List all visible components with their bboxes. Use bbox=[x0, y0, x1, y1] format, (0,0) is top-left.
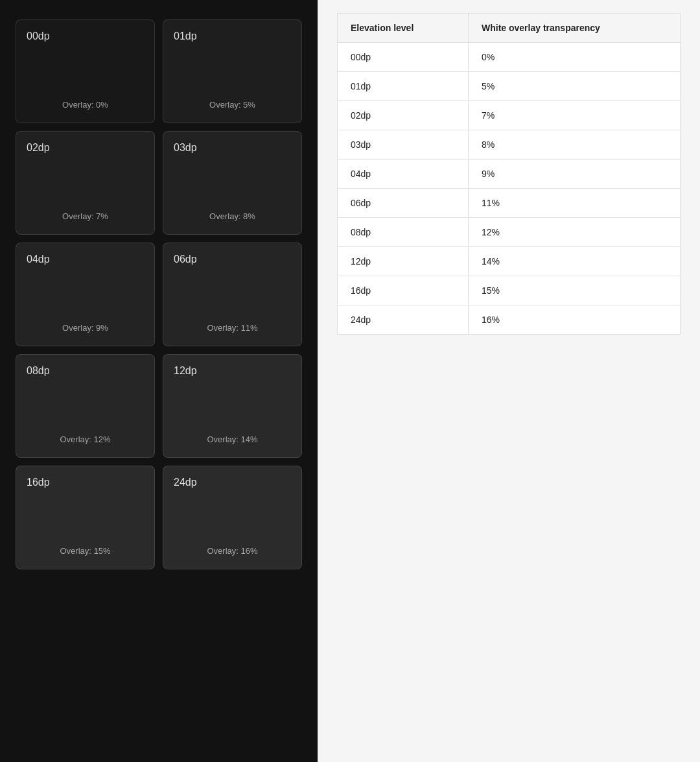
table-row: 24dp16% bbox=[338, 305, 681, 335]
table-row: 00dp0% bbox=[338, 43, 681, 72]
card-overlay-00dp: Overlay: 0% bbox=[27, 100, 144, 112]
elevation-cell: 12dp bbox=[338, 247, 469, 276]
card-04dp: 04dpOverlay: 9% bbox=[16, 243, 155, 346]
transparency-cell: 14% bbox=[468, 247, 680, 276]
table-row: 06dp11% bbox=[338, 189, 681, 218]
card-16dp: 16dpOverlay: 15% bbox=[16, 466, 155, 569]
table-row: 12dp14% bbox=[338, 247, 681, 276]
elevation-cell: 16dp bbox=[338, 276, 469, 305]
table-row: 03dp8% bbox=[338, 130, 681, 160]
card-overlay-12dp: Overlay: 14% bbox=[174, 435, 291, 447]
elevation-cell: 06dp bbox=[338, 189, 469, 218]
card-label-00dp: 00dp bbox=[27, 30, 144, 42]
transparency-cell: 9% bbox=[468, 160, 680, 189]
card-02dp: 02dpOverlay: 7% bbox=[16, 131, 155, 235]
card-overlay-04dp: Overlay: 9% bbox=[27, 323, 144, 335]
elevation-cell: 04dp bbox=[338, 160, 469, 189]
card-label-12dp: 12dp bbox=[174, 365, 291, 377]
transparency-cell: 12% bbox=[468, 218, 680, 247]
card-label-04dp: 04dp bbox=[27, 254, 144, 265]
card-01dp: 01dpOverlay: 5% bbox=[163, 19, 302, 123]
card-label-16dp: 16dp bbox=[27, 477, 144, 488]
elevation-cell: 02dp bbox=[338, 101, 469, 130]
transparency-cell: 15% bbox=[468, 276, 680, 305]
card-overlay-03dp: Overlay: 8% bbox=[174, 211, 291, 224]
transparency-cell: 8% bbox=[468, 130, 680, 160]
card-overlay-02dp: Overlay: 7% bbox=[27, 211, 144, 224]
card-overlay-16dp: Overlay: 15% bbox=[27, 546, 144, 558]
col1-header: Elevation level bbox=[338, 14, 469, 43]
transparency-cell: 5% bbox=[468, 72, 680, 101]
card-03dp: 03dpOverlay: 8% bbox=[163, 131, 302, 235]
cards-grid: 00dpOverlay: 0%01dpOverlay: 5%02dpOverla… bbox=[16, 19, 302, 569]
card-overlay-06dp: Overlay: 11% bbox=[174, 323, 291, 335]
card-label-02dp: 02dp bbox=[27, 142, 144, 154]
card-overlay-08dp: Overlay: 12% bbox=[27, 435, 144, 447]
card-24dp: 24dpOverlay: 16% bbox=[163, 466, 302, 569]
elevation-cell: 03dp bbox=[338, 130, 469, 160]
transparency-cell: 11% bbox=[468, 189, 680, 218]
elevation-cell: 00dp bbox=[338, 43, 469, 72]
card-label-24dp: 24dp bbox=[174, 477, 291, 488]
card-label-08dp: 08dp bbox=[27, 365, 144, 377]
transparency-cell: 7% bbox=[468, 101, 680, 130]
card-label-06dp: 06dp bbox=[174, 254, 291, 265]
card-label-01dp: 01dp bbox=[174, 30, 291, 42]
elevation-cell: 08dp bbox=[338, 218, 469, 247]
card-label-03dp: 03dp bbox=[174, 142, 291, 154]
table-row: 04dp9% bbox=[338, 160, 681, 189]
col2-header: White overlay transparency bbox=[468, 14, 680, 43]
left-panel: 00dpOverlay: 0%01dpOverlay: 5%02dpOverla… bbox=[0, 0, 318, 762]
card-00dp: 00dpOverlay: 0% bbox=[16, 19, 155, 123]
card-overlay-24dp: Overlay: 16% bbox=[174, 546, 291, 558]
elevation-cell: 24dp bbox=[338, 305, 469, 335]
table-row: 02dp7% bbox=[338, 101, 681, 130]
table-row: 08dp12% bbox=[338, 218, 681, 247]
transparency-cell: 16% bbox=[468, 305, 680, 335]
table-row: 16dp15% bbox=[338, 276, 681, 305]
transparency-cell: 0% bbox=[468, 43, 680, 72]
right-panel: Elevation level White overlay transparen… bbox=[318, 0, 700, 348]
card-12dp: 12dpOverlay: 14% bbox=[163, 354, 302, 458]
card-overlay-01dp: Overlay: 5% bbox=[174, 100, 291, 112]
elevation-cell: 01dp bbox=[338, 72, 469, 101]
card-06dp: 06dpOverlay: 11% bbox=[163, 243, 302, 346]
table-row: 01dp5% bbox=[338, 72, 681, 101]
card-08dp: 08dpOverlay: 12% bbox=[16, 354, 155, 458]
elevation-table: Elevation level White overlay transparen… bbox=[337, 13, 681, 335]
